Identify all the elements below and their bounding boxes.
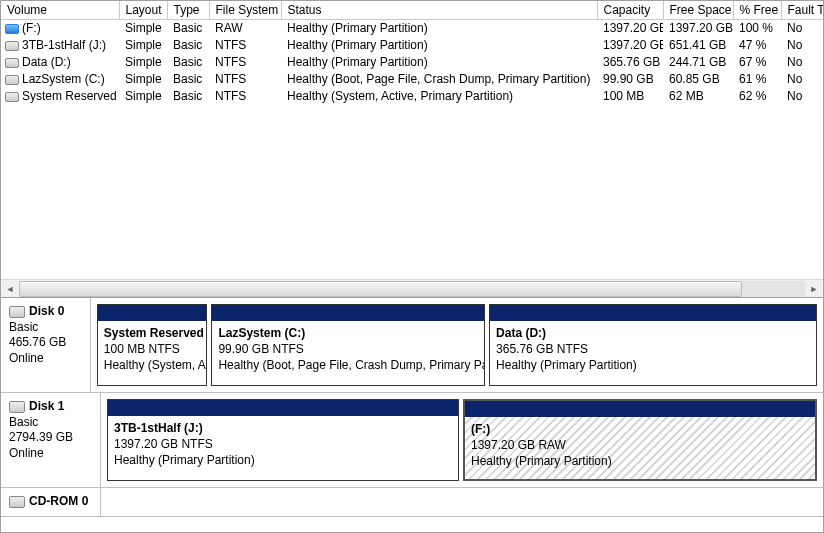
partition-status: Healthy (Primary Partition) bbox=[496, 358, 637, 372]
volume-status: Healthy (System, Active, Primary Partiti… bbox=[281, 88, 597, 105]
volume-row[interactable]: LazSystem (C:)SimpleBasicNTFSHealthy (Bo… bbox=[1, 71, 823, 88]
volume-capacity: 365.76 GB bbox=[597, 54, 663, 71]
col-layout[interactable]: Layout bbox=[119, 1, 167, 20]
volume-fault: No bbox=[781, 88, 823, 105]
col-pctfree[interactable]: % Free bbox=[733, 1, 781, 20]
partition-size: 1397.20 GB RAW bbox=[471, 438, 566, 452]
partition-name: (F:) bbox=[471, 422, 490, 436]
column-header-row: Volume Layout Type File System Status Ca… bbox=[1, 1, 823, 20]
partition-status: Healthy (Primary Partition) bbox=[114, 453, 255, 467]
partition-name: LazSystem (C:) bbox=[218, 326, 305, 340]
partition-info: System Reserved100 MB NTFSHealthy (Syste… bbox=[98, 321, 207, 385]
disk-row: Disk 1Basic2794.39 GBOnline3TB-1stHalf (… bbox=[1, 393, 823, 488]
volume-fs: NTFS bbox=[209, 71, 281, 88]
drive-icon bbox=[5, 58, 19, 68]
volume-pctfree: 62 % bbox=[733, 88, 781, 105]
disk-row: CD-ROM 0 bbox=[1, 488, 823, 517]
volume-type: Basic bbox=[167, 88, 209, 105]
col-free[interactable]: Free Space bbox=[663, 1, 733, 20]
col-volume[interactable]: Volume bbox=[1, 1, 119, 20]
disk-title: Disk 0 bbox=[29, 304, 64, 318]
partition-size: 99.90 GB NTFS bbox=[218, 342, 303, 356]
volume-layout: Simple bbox=[119, 54, 167, 71]
partition-status: Healthy (Primary Partition) bbox=[471, 454, 612, 468]
scroll-left-icon[interactable]: ◄ bbox=[1, 280, 19, 298]
volume-row[interactable]: (F:)SimpleBasicRAWHealthy (Primary Parti… bbox=[1, 20, 823, 37]
partition-bar bbox=[490, 305, 816, 321]
col-capacity[interactable]: Capacity bbox=[597, 1, 663, 20]
volume-status: Healthy (Primary Partition) bbox=[281, 54, 597, 71]
volume-table: Volume Layout Type File System Status Ca… bbox=[1, 1, 823, 105]
disk-type: Basic bbox=[9, 320, 82, 336]
disk-label[interactable]: Disk 0Basic465.76 GBOnline bbox=[1, 298, 91, 392]
volume-fault: No bbox=[781, 20, 823, 37]
disk-icon bbox=[9, 306, 25, 318]
volume-row[interactable]: 3TB-1stHalf (J:)SimpleBasicNTFSHealthy (… bbox=[1, 37, 823, 54]
volume-name: Data (D:) bbox=[22, 55, 71, 69]
volume-capacity: 100 MB bbox=[597, 88, 663, 105]
disk-icon bbox=[9, 401, 25, 413]
disk-label[interactable]: CD-ROM 0 bbox=[1, 488, 101, 516]
volume-pctfree: 67 % bbox=[733, 54, 781, 71]
volume-fs: RAW bbox=[209, 20, 281, 37]
volume-fault: No bbox=[781, 37, 823, 54]
scroll-thumb[interactable] bbox=[19, 281, 742, 297]
volume-row[interactable]: Data (D:)SimpleBasicNTFSHealthy (Primary… bbox=[1, 54, 823, 71]
partition[interactable]: (F:)1397.20 GB RAWHealthy (Primary Parti… bbox=[463, 399, 817, 481]
volume-type: Basic bbox=[167, 71, 209, 88]
partition-bar bbox=[465, 401, 815, 417]
volume-fault: No bbox=[781, 54, 823, 71]
col-fault[interactable]: Fault Tole bbox=[781, 1, 823, 20]
partition-name: 3TB-1stHalf (J:) bbox=[114, 421, 203, 435]
scroll-track[interactable] bbox=[19, 281, 805, 297]
disk-label[interactable]: Disk 1Basic2794.39 GBOnline bbox=[1, 393, 101, 487]
partition-info: Data (D:)365.76 GB NTFSHealthy (Primary … bbox=[490, 321, 816, 385]
cdrom-icon bbox=[9, 496, 25, 508]
partition-info: 3TB-1stHalf (J:)1397.20 GB NTFSHealthy (… bbox=[108, 416, 458, 480]
disk-title: Disk 1 bbox=[29, 399, 64, 413]
partition-container bbox=[101, 488, 823, 516]
volume-status: Healthy (Primary Partition) bbox=[281, 20, 597, 37]
partition-info: LazSystem (C:)99.90 GB NTFSHealthy (Boot… bbox=[212, 321, 484, 385]
volume-free: 244.71 GB bbox=[663, 54, 733, 71]
partition[interactable]: System Reserved100 MB NTFSHealthy (Syste… bbox=[97, 304, 208, 386]
partition-container: 3TB-1stHalf (J:)1397.20 GB NTFSHealthy (… bbox=[101, 393, 823, 487]
volume-fs: NTFS bbox=[209, 88, 281, 105]
partition-status: Healthy (Boot, Page File, Crash Dump, Pr… bbox=[218, 358, 484, 372]
partition-size: 100 MB NTFS bbox=[104, 342, 180, 356]
volume-name: (F:) bbox=[22, 21, 41, 35]
disk-type: Basic bbox=[9, 415, 92, 431]
volume-type: Basic bbox=[167, 37, 209, 54]
partition-bar bbox=[108, 400, 458, 416]
partition[interactable]: 3TB-1stHalf (J:)1397.20 GB NTFSHealthy (… bbox=[107, 399, 459, 481]
volume-capacity: 99.90 GB bbox=[597, 71, 663, 88]
volume-layout: Simple bbox=[119, 71, 167, 88]
volume-free: 60.85 GB bbox=[663, 71, 733, 88]
disk-state: Online bbox=[9, 446, 92, 462]
volume-layout: Simple bbox=[119, 37, 167, 54]
volume-name: LazSystem (C:) bbox=[22, 72, 105, 86]
drive-icon bbox=[5, 24, 19, 34]
col-status[interactable]: Status bbox=[281, 1, 597, 20]
volume-layout: Simple bbox=[119, 88, 167, 105]
col-fs[interactable]: File System bbox=[209, 1, 281, 20]
volume-pctfree: 47 % bbox=[733, 37, 781, 54]
volume-row[interactable]: System ReservedSimpleBasicNTFSHealthy (S… bbox=[1, 88, 823, 105]
partition[interactable]: Data (D:)365.76 GB NTFSHealthy (Primary … bbox=[489, 304, 817, 386]
drive-icon bbox=[5, 75, 19, 85]
partition-status: Healthy (System, Active, Primary Partiti… bbox=[104, 358, 207, 372]
partition[interactable]: LazSystem (C:)99.90 GB NTFSHealthy (Boot… bbox=[211, 304, 485, 386]
scroll-right-icon[interactable]: ► bbox=[805, 280, 823, 298]
volume-free: 1397.20 GB bbox=[663, 20, 733, 37]
disk-title: CD-ROM 0 bbox=[29, 494, 88, 508]
partition-container: System Reserved100 MB NTFSHealthy (Syste… bbox=[91, 298, 823, 392]
col-type[interactable]: Type bbox=[167, 1, 209, 20]
disk-size: 465.76 GB bbox=[9, 335, 82, 351]
volume-fs: NTFS bbox=[209, 54, 281, 71]
volume-fault: No bbox=[781, 71, 823, 88]
volume-name: System Reserved bbox=[22, 89, 117, 103]
partition-size: 1397.20 GB NTFS bbox=[114, 437, 213, 451]
volume-pctfree: 61 % bbox=[733, 71, 781, 88]
horizontal-scrollbar[interactable]: ◄ ► bbox=[1, 279, 823, 297]
partition-info: (F:)1397.20 GB RAWHealthy (Primary Parti… bbox=[465, 417, 815, 479]
